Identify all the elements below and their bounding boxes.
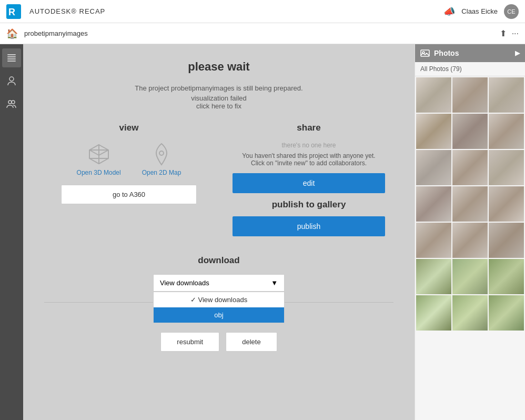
publish-button[interactable]: publish (233, 216, 385, 236)
photo-thumb[interactable] (416, 114, 451, 149)
photos-title: Photos (434, 49, 459, 57)
sidebar-person-icon[interactable] (2, 72, 21, 91)
photos-count: All Photos (79) (415, 62, 525, 76)
photo-thumb[interactable] (416, 259, 451, 294)
sidebar-group-icon[interactable] (2, 95, 21, 114)
view-title: view (44, 123, 214, 133)
app-logo[interactable]: R (6, 4, 21, 19)
svg-rect-3 (7, 56, 16, 57)
svg-rect-4 (7, 58, 16, 59)
photo-thumb[interactable] (452, 295, 488, 331)
more-options-icon[interactable]: ··· (512, 29, 519, 38)
delete-button[interactable]: delete (226, 332, 277, 352)
photo-thumb[interactable] (489, 77, 524, 113)
photo-thumb[interactable] (452, 77, 488, 113)
photos-panel: Photos ▶ All Photos (79) (415, 44, 525, 420)
svg-line-13 (89, 150, 99, 155)
download-dropdown-menu: View downloads obj (153, 292, 285, 323)
photos-expand-icon[interactable]: ▶ (515, 49, 520, 57)
download-dropdown-button[interactable]: View downloads ▼ (153, 274, 285, 292)
photo-thumb[interactable] (416, 295, 451, 331)
photo-thumb[interactable] (452, 259, 488, 294)
photo-thumb[interactable] (489, 295, 524, 331)
project-name: probetipmanyimages (24, 29, 500, 37)
photos-icon (420, 48, 430, 58)
notifications-icon[interactable]: 📣 (443, 6, 455, 17)
photo-thumb[interactable] (452, 223, 488, 258)
avatar[interactable]: CE (504, 4, 519, 19)
photo-thumb[interactable] (416, 77, 451, 113)
app-name: AUTODESK® RECAP (29, 7, 105, 15)
svg-text:R: R (8, 7, 15, 17)
photo-thumb[interactable] (416, 150, 451, 185)
open-3d-model[interactable]: Open 3D Model (77, 142, 121, 176)
svg-line-14 (99, 150, 108, 155)
open-2d-label: Open 2D Map (142, 169, 181, 176)
share-no-one: there's no one here (224, 142, 393, 149)
share-section: share there's no one here You haven't sh… (224, 123, 393, 243)
svg-point-7 (8, 101, 12, 104)
photo-grid (415, 76, 525, 332)
share-title: share (224, 123, 393, 133)
photo-thumb[interactable] (489, 223, 524, 258)
photo-thumb[interactable] (489, 150, 524, 185)
svg-point-15 (159, 151, 164, 155)
download-dropdown[interactable]: View downloads ▼ View downloads obj (153, 274, 285, 292)
username-label: Claas Eicke (461, 7, 498, 15)
photos-header[interactable]: Photos ▶ (415, 44, 525, 62)
dropdown-item-obj[interactable]: obj (154, 307, 284, 323)
photo-thumb[interactable] (489, 114, 524, 149)
photo-thumb[interactable] (489, 186, 524, 222)
main-content: please wait The project probetipmanyimag… (23, 44, 415, 420)
svg-rect-2 (7, 54, 16, 55)
sidebar-inbox-icon[interactable] (2, 48, 21, 67)
svg-point-6 (9, 77, 14, 81)
resubmit-button[interactable]: resubmit (160, 332, 219, 352)
view-section: view Open 3D Model (44, 123, 214, 243)
sidebar (0, 44, 23, 420)
home-icon[interactable]: 🏠 (6, 28, 18, 39)
photo-thumb[interactable] (452, 114, 488, 149)
svg-rect-16 (421, 50, 429, 56)
svg-point-8 (12, 101, 15, 104)
download-title: download (44, 255, 393, 266)
photo-thumb[interactable] (452, 186, 488, 222)
edit-share-button[interactable]: edit (233, 173, 385, 193)
project-status: The project probetipmanyimages is still … (44, 84, 393, 92)
photo-thumb[interactable] (489, 259, 524, 294)
please-wait-title: please wait (44, 60, 393, 74)
photo-thumb[interactable] (452, 150, 488, 185)
svg-rect-5 (7, 61, 16, 62)
viz-failed-text[interactable]: visualization failed click here to fix (44, 94, 393, 110)
share-description: You haven't shared this project with any… (224, 152, 393, 167)
dropdown-item-view-downloads[interactable]: View downloads (154, 292, 284, 307)
photo-thumb[interactable] (416, 223, 451, 258)
upload-icon[interactable]: ⬆ (500, 28, 507, 38)
open-2d-map[interactable]: Open 2D Map (142, 142, 181, 176)
download-section: download View downloads ▼ View downloads… (44, 255, 393, 292)
publish-title: publish to gallery (224, 199, 393, 210)
go-a360-button[interactable]: go to A360 (61, 185, 197, 204)
open-3d-label: Open 3D Model (77, 169, 121, 176)
photo-thumb[interactable] (416, 186, 451, 222)
